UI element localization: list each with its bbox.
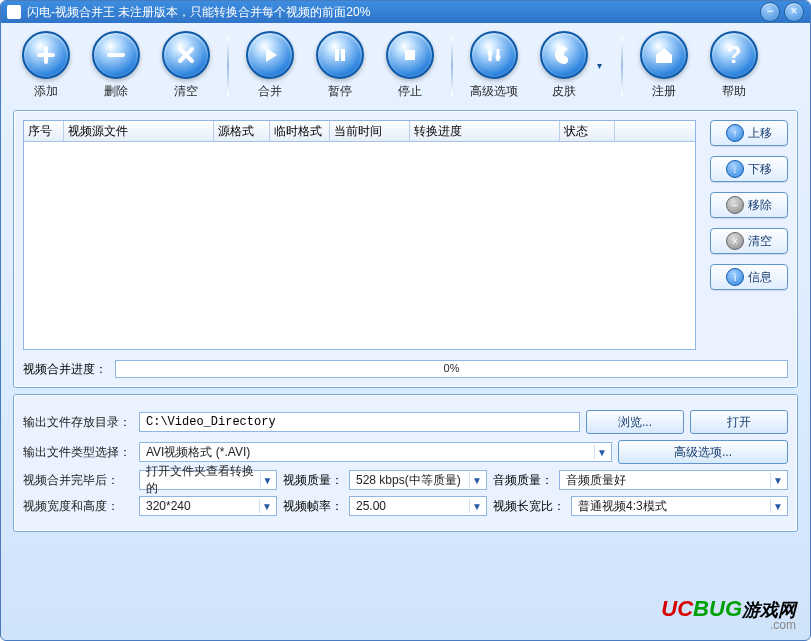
video-quality-label: 视频质量： [283,472,343,489]
toolbar-clear-label: 清空 [153,83,219,100]
browse-button[interactable]: 浏览... [586,410,684,434]
chevron-down-icon: ▼ [260,473,274,487]
info-label: 信息 [748,269,772,286]
minus-icon [106,45,126,65]
audio-quality-label: 音频质量： [493,472,553,489]
merge-progress-percent: 0% [116,362,787,374]
col-status[interactable]: 状态 [560,121,615,141]
svg-marker-0 [266,48,277,62]
col-current-time[interactable]: 当前时间 [330,121,410,141]
after-merge-combo[interactable]: 打开文件夹查看转换的 ▼ [139,470,277,490]
output-dir-input[interactable] [139,412,580,432]
video-quality-value: 528 kbps(中等质量) [356,472,461,489]
col-index[interactable]: 序号 [24,121,64,141]
output-type-combo[interactable]: AVI视频格式 (*.AVI) ▼ [139,442,612,462]
pause-icon [330,45,350,65]
toolbar-pause-button[interactable]: 暂停 [307,31,373,100]
wh-combo[interactable]: 320*240 ▼ [139,496,277,516]
output-panel: 输出文件存放目录： 浏览... 打开 输出文件类型选择： AVI视频格式 (*.… [13,394,798,532]
close-icon: × [790,4,797,18]
open-button[interactable]: 打开 [690,410,788,434]
wh-label: 视频宽度和高度： [23,498,133,515]
app-icon [7,5,21,19]
toolbar-stop-label: 停止 [377,83,443,100]
col-blank [615,121,695,141]
minimize-icon: − [766,4,773,18]
minimize-button[interactable]: − [760,2,780,22]
remove-label: 移除 [748,197,772,214]
output-type-label: 输出文件类型选择： [23,444,133,461]
toolbar-pause-label: 暂停 [307,83,373,100]
clear-list-button[interactable]: × 清空 [710,228,788,254]
toolbar-skin-label: 皮肤 [531,83,597,100]
merge-progress-bar: 0% [115,360,788,378]
toolbar-skin-button[interactable]: 皮肤 [531,31,597,100]
move-up-button[interactable]: ↑ 上移 [710,120,788,146]
chevron-down-icon: ▼ [770,473,785,487]
svg-point-5 [496,55,501,60]
output-dir-label: 输出文件存放目录： [23,414,133,431]
sliders-icon [484,45,504,65]
chevron-down-icon: ▼ [469,499,484,513]
fps-label: 视频帧率： [283,498,343,515]
audio-quality-combo[interactable]: 音频质量好 ▼ [559,470,788,490]
wh-value: 320*240 [146,499,191,513]
toolbar-advanced-label: 高级选项 [461,83,527,100]
plus-icon [36,45,56,65]
chevron-down-icon: ▼ [594,445,609,459]
skin-dropdown-caret[interactable]: ▾ [597,60,609,71]
video-quality-combo[interactable]: 528 kbps(中等质量) ▼ [349,470,487,490]
audio-quality-value: 音频质量好 [566,472,626,489]
col-progress[interactable]: 转换进度 [410,121,560,141]
fps-combo[interactable]: 25.00 ▼ [349,496,487,516]
merge-progress-label: 视频合并进度： [23,361,107,378]
col-source-file[interactable]: 视频源文件 [64,121,214,141]
aspect-value: 普通视频4:3模式 [578,498,667,515]
home-icon [653,44,675,66]
svg-rect-3 [405,50,415,60]
toolbar-separator [621,36,623,96]
close-button[interactable]: × [784,2,804,22]
clear-list-label: 清空 [748,233,772,250]
toolbar-advanced-button[interactable]: 高级选项 [461,31,527,100]
x-icon: × [726,232,744,250]
svg-point-4 [488,51,493,56]
move-down-button[interactable]: ↓ 下移 [710,156,788,182]
aspect-combo[interactable]: 普通视频4:3模式 ▼ [571,496,788,516]
toolbar-add-label: 添加 [13,83,79,100]
after-merge-label: 视频合并完毕后： [23,472,133,489]
chevron-down-icon: ▼ [259,499,274,513]
toolbar-help-label: 帮助 [701,83,767,100]
side-button-column: ↑ 上移 ↓ 下移 − 移除 × 清空 [710,120,788,350]
merge-progress-row: 视频合并进度： 0% [23,360,788,378]
remove-button[interactable]: − 移除 [710,192,788,218]
titlebar: 闪电-视频合并王 未注册版本，只能转换合并每个视频的前面20% − × [1,1,810,23]
app-title: 闪电-视频合并王 未注册版本，只能转换合并每个视频的前面20% [27,4,370,21]
toolbar-register-button[interactable]: 注册 [631,31,697,100]
info-button[interactable]: i 信息 [710,264,788,290]
move-down-label: 下移 [748,161,772,178]
col-source-fmt[interactable]: 源格式 [214,121,270,141]
toolbar-add-button[interactable]: 添加 [13,31,79,100]
toolbar-delete-button[interactable]: 删除 [83,31,149,100]
file-table[interactable]: 序号 视频源文件 源格式 临时格式 当前时间 转换进度 状态 [23,120,696,350]
col-temp-fmt[interactable]: 临时格式 [270,121,330,141]
minus-icon: − [726,196,744,214]
x-icon [176,45,196,65]
app-window: 闪电-视频合并王 未注册版本，只能转换合并每个视频的前面20% − × 添加 删… [0,0,811,641]
watermark-part2: BUG [693,596,742,621]
watermark-logo: UCBUG游戏网 .com [661,596,796,632]
toolbar-clear-button[interactable]: 清空 [153,31,219,100]
info-icon: i [726,268,744,286]
arrow-down-icon: ↓ [726,160,744,178]
toolbar-register-label: 注册 [631,83,697,100]
chevron-down-icon: ▼ [469,473,484,487]
toolbar-help-button[interactable]: ? 帮助 [701,31,767,100]
play-icon [260,45,280,65]
toolbar: 添加 删除 清空 合并 暂停 停止 高级选项 皮肤 [1,23,810,104]
after-merge-value: 打开文件夹查看转换的 [146,463,260,497]
toolbar-merge-button[interactable]: 合并 [237,31,303,100]
stop-icon [400,45,420,65]
toolbar-stop-button[interactable]: 停止 [377,31,443,100]
advanced-options-button[interactable]: 高级选项... [618,440,788,464]
